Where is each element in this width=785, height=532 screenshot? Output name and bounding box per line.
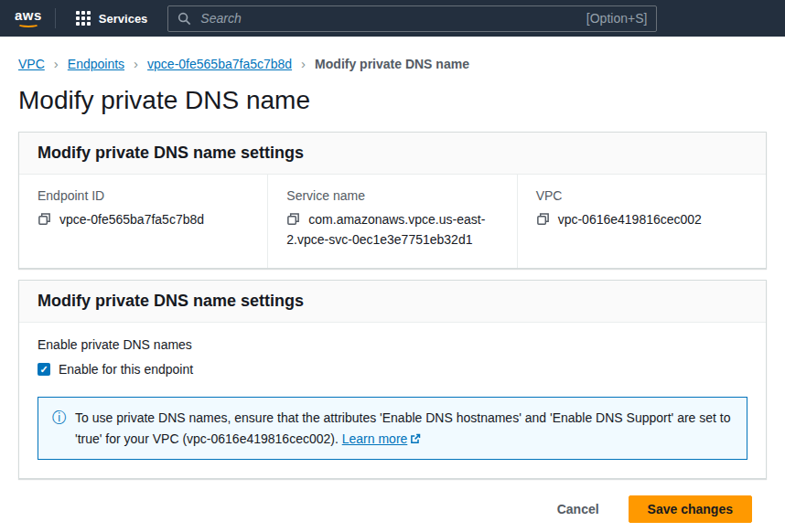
vpc-label: VPC — [536, 188, 747, 203]
save-changes-button[interactable]: Save changes — [629, 495, 752, 523]
copy-icon[interactable] — [536, 212, 550, 226]
service-name-text: com.amazonaws.vpce.us-east-2.vpce-svc-0e… — [286, 212, 485, 247]
cancel-button[interactable]: Cancel — [554, 496, 603, 522]
breadcrumb-separator: › — [54, 56, 59, 71]
service-name-value: com.amazonaws.vpce.us-east-2.vpce-svc-0e… — [286, 210, 498, 250]
info-alert: ⓘ To use private DNS names, ensure that … — [38, 397, 747, 460]
settings-card-header: Modify private DNS name settings — [19, 281, 766, 323]
services-grid-icon — [76, 11, 91, 26]
search-icon — [177, 12, 191, 26]
summary-card: Modify private DNS name settings Endpoin… — [18, 132, 767, 269]
external-link-icon — [410, 433, 421, 444]
breadcrumb-current-page: Modify private DNS name — [315, 57, 469, 71]
services-menu-button[interactable]: Services — [67, 0, 157, 37]
aws-logo[interactable]: aws — [15, 9, 42, 27]
vpc-column: VPC vpc-0616e419816cec002 — [517, 175, 766, 268]
breadcrumb: VPC › Endpoints › vpce-0fe565ba7fa5c7b8d… — [18, 37, 767, 71]
info-alert-text: To use private DNS names, ensure that th… — [75, 408, 733, 449]
vpc-value: vpc-0616e419816cec002 — [536, 210, 747, 230]
search-input[interactable] — [199, 10, 578, 27]
endpoint-id-column: Endpoint ID vpce-0fe565ba7fa5c7b8d — [19, 175, 267, 268]
service-name-column: Service name com.amazonaws.vpce.us-east-… — [267, 175, 516, 268]
page-title: Modify private DNS name — [18, 86, 767, 115]
form-actions: Cancel Save changes — [18, 495, 767, 523]
endpoint-id-value: vpce-0fe565ba7fa5c7b8d — [38, 210, 249, 230]
learn-more-label: Learn more — [342, 431, 408, 446]
breadcrumb-separator: › — [134, 56, 138, 71]
breadcrumb-separator: › — [301, 56, 306, 71]
top-navigation-bar: aws Services [Option+S] — [0, 0, 785, 37]
global-search-box[interactable]: [Option+S] — [167, 5, 657, 32]
settings-card-title: Modify private DNS name settings — [38, 292, 747, 311]
info-icon: ⓘ — [52, 408, 67, 449]
services-label: Services — [99, 12, 148, 26]
settings-card-body: Enable private DNS names ✓ Enable for th… — [19, 323, 766, 478]
copy-icon[interactable] — [38, 212, 51, 226]
aws-logo-smile-icon — [17, 21, 39, 27]
enable-endpoint-checkbox-label: Enable for this endpoint — [59, 362, 193, 377]
main-content: VPC › Endpoints › vpce-0fe565ba7fa5c7b8d… — [0, 37, 785, 532]
nav-divider — [55, 8, 56, 28]
settings-card: Modify private DNS name settings Enable … — [18, 280, 767, 479]
endpoint-id-label: Endpoint ID — [38, 188, 249, 203]
learn-more-link[interactable]: Learn more — [342, 431, 422, 446]
breadcrumb-link-vpc[interactable]: VPC — [18, 57, 45, 71]
enable-endpoint-checkbox-row[interactable]: ✓ Enable for this endpoint — [38, 362, 747, 377]
enable-endpoint-checkbox[interactable]: ✓ — [38, 363, 50, 376]
service-name-label: Service name — [286, 188, 498, 203]
breadcrumb-link-endpoints[interactable]: Endpoints — [68, 57, 124, 71]
endpoint-id-text: vpce-0fe565ba7fa5c7b8d — [59, 212, 204, 227]
aws-logo-text: aws — [15, 9, 42, 21]
copy-icon[interactable] — [286, 212, 300, 226]
vpc-text: vpc-0616e419816cec002 — [558, 212, 702, 227]
summary-card-title: Modify private DNS name settings — [38, 144, 747, 163]
breadcrumb-link-endpoint-id[interactable]: vpce-0fe565ba7fa5c7b8d — [147, 57, 292, 71]
summary-card-header: Modify private DNS name settings — [19, 133, 766, 175]
search-shortcut-hint: [Option+S] — [586, 11, 648, 26]
summary-columns: Endpoint ID vpce-0fe565ba7fa5c7b8d Servi… — [19, 175, 766, 268]
enable-private-dns-label: Enable private DNS names — [38, 337, 747, 352]
